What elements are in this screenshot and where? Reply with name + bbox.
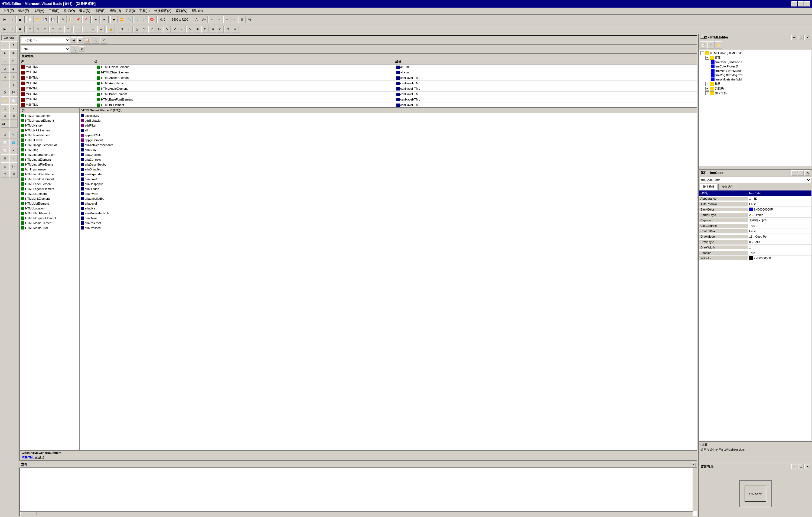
tool-misc4[interactable]: 🌐 [9,139,18,146]
toolbar-paste[interactable]: 📌 [75,16,82,23]
tool-list[interactable]: ≡ [9,73,18,80]
class-item[interactable]: HTMLImg [20,147,79,152]
tree-form-frmMenu[interactable]: frmMenu (frmMenu.f [700,69,810,73]
tb2-grid[interactable]: ⊞ [118,26,125,33]
prop-row-borderstyle[interactable]: BorderStyle 2 - Sizable [699,212,811,218]
member-item[interactable]: ariaControls [80,157,697,162]
tool-line[interactable]: ╱ [9,104,18,112]
tb2-b17[interactable]: ↗ [171,26,178,33]
member-item[interactable]: all [80,128,697,133]
class-item[interactable]: HTMLLinkElement [20,196,79,201]
tb2-run[interactable]: ▶ [1,26,8,33]
props-minimize[interactable]: ─ [791,170,798,175]
tool-timer[interactable]: ⏱ [1,89,9,96]
clear-search[interactable]: ✕ [79,46,85,52]
tb2-b12[interactable]: △ [133,26,140,33]
toolbar-misc1[interactable]: A [193,16,200,23]
menu-item-project[interactable]: 工程(P) [46,8,61,14]
tb2-b1[interactable]: □ [27,26,34,33]
tb2-b6[interactable]: □ [64,26,71,33]
tool-data[interactable]: ⊞ [9,112,18,120]
table-row[interactable]: MSHTML HTMLObjectElement altHtml [20,64,697,70]
table-row[interactable]: MSHTML HTMLBaseFontElement canHaveHTML [20,97,697,103]
class-item[interactable]: HTMLHeaderElement [20,118,79,123]
tb2-b13[interactable]: ▽ [141,26,148,33]
tool-misc10[interactable]: ▷ [9,162,18,170]
tb2-b20[interactable]: ⊕ [194,26,201,33]
toolbar-misc6[interactable]: → [231,16,238,23]
class-item[interactable]: HTMLMapElement [20,211,79,216]
close-button[interactable]: ✕ [805,1,810,6]
toolbar-new[interactable]: 📄 [27,16,34,23]
class-item[interactable]: htmlInputImage [20,167,79,172]
toolbar-pause[interactable]: ⏸ [9,16,16,23]
toolbar-open[interactable]: 📂 [34,16,41,23]
prop-row-drawmode[interactable]: DrawMode 13 - Copy Pe [699,234,811,239]
project-resizer[interactable] [699,167,812,169]
tool-hscroll[interactable]: ↔ [1,81,9,88]
prop-row-appearance[interactable]: Appearance 1 - 3D [699,196,811,201]
class-item[interactable]: HTMLHeadElement [20,113,79,118]
tb2-b10[interactable]: ↔ [97,26,105,33]
member-item[interactable]: ariaLive [80,206,697,211]
tool-misc2[interactable]: 🔧 [9,131,18,138]
menu-item-view[interactable]: 视图(V) [31,8,46,14]
member-item[interactable]: ariaHaspopup [80,182,697,186]
copy-btn[interactable]: 📋 [84,36,91,44]
member-item[interactable]: addBehavior [80,118,697,123]
tree-folder-forms[interactable]: − 窗体 [700,55,810,60]
forms-expand[interactable]: − [705,56,709,60]
class-item[interactable]: HTMLLegendElement [20,186,79,191]
class-item[interactable]: HTMLLIElement [20,191,79,196]
tool-pointer[interactable]: ↖ [1,42,9,49]
immediate-content[interactable] [20,468,697,516]
modules-expand[interactable]: + [705,82,709,86]
tb2-b21[interactable]: ⊖ [201,26,208,33]
member-item[interactable]: ariaOwns [80,216,697,221]
menu-item-debug[interactable]: 调试(D) [77,8,93,14]
member-item[interactable]: ariaLabelledby [80,196,697,201]
tool-button[interactable]: □ [9,57,18,65]
member-item[interactable]: ariaActivedescendant [80,142,697,147]
member-item[interactable]: ariaLevel [80,201,697,206]
prop-row-clipcontrols[interactable]: ClipControls True [699,223,811,228]
general-label[interactable]: General [1,35,17,40]
toolbar-misc2[interactable]: A+ [201,16,208,23]
toolbar-misc4[interactable]: ≡ [216,16,223,23]
toolbar-misc8[interactable]: % [246,16,253,23]
toolbar-debug6[interactable]: ⛔ [148,16,155,23]
tb2-b5[interactable]: □ [57,26,64,33]
tool-frame[interactable]: ▭ [1,57,9,65]
menu-item-help[interactable]: 帮助(H) [190,8,205,14]
class-item[interactable]: HTMLImageElementFac [20,142,79,147]
table-row[interactable]: MSHTML IHTMLObjectElement altHtml [20,70,697,75]
class-item[interactable]: HTMLInputButtonElem [20,152,79,157]
tb2-stop[interactable]: ⏹ [16,26,23,33]
toolbar-debug3[interactable]: 🔧 [126,16,133,23]
tool-ole[interactable]: OLE [1,120,9,128]
props-close[interactable]: ✕ [805,170,810,175]
tool-misc8[interactable]: ↕ [9,155,18,162]
menu-item-format[interactable]: 格式(O) [61,8,77,14]
tree-folder-classmod[interactable]: + 类模块 [700,86,810,91]
tb2-b9[interactable]: ↔ [90,26,97,33]
tb2-lock[interactable]: 🔒 [108,26,115,33]
class-item[interactable]: HTMLHtmlElement [20,133,79,138]
tool-drive[interactable]: 💾 [9,89,18,96]
tree-form-frmWidgets[interactable]: frmWidgets (frmWid [700,77,810,82]
tree-form-frmMsg[interactable]: frmMsg (frmMsg.frm [700,73,810,77]
tool-misc3[interactable]: 📊 [1,139,9,146]
tb2-b3[interactable]: □ [42,26,49,33]
tool-misc7[interactable]: ⊞ [1,155,9,162]
tb2-b14[interactable]: ◁ [148,26,155,33]
prop-row-enabled[interactable]: Enabled True [699,250,811,255]
project-close[interactable]: ✕ [805,35,810,40]
prop-row-name[interactable]: (名称) frmCode [699,190,811,196]
tb2-b2[interactable]: □ [34,26,41,33]
proj-toggle[interactable]: 📁 [715,42,722,49]
tool-misc11[interactable]: ⊡ [1,170,9,178]
class-item[interactable]: HTMLMediaError [20,225,79,230]
member-item[interactable]: ariaDisabled [80,167,697,172]
tb2-b4[interactable]: □ [49,26,56,33]
props-object-dropdown[interactable]: frmCode Form [700,177,811,183]
